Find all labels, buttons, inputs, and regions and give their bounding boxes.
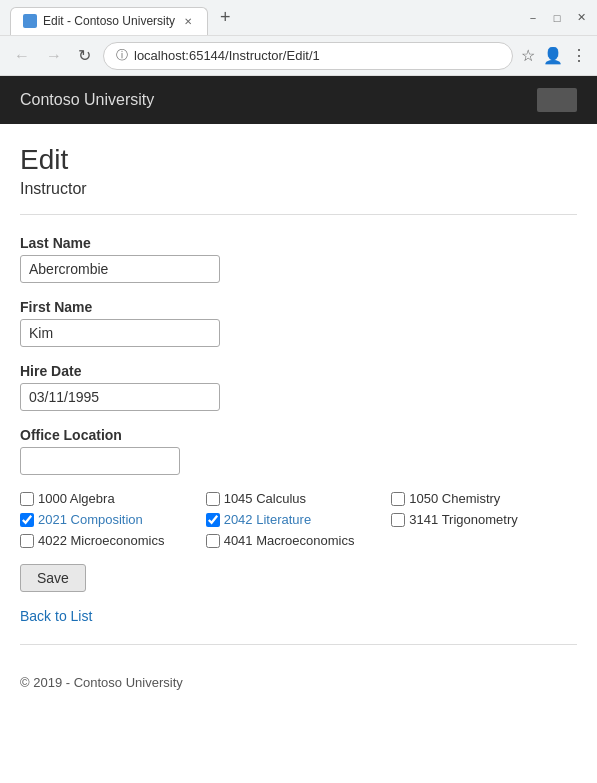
tab-title: Edit - Contoso University: [43, 14, 175, 28]
course-checkbox-1050[interactable]: [391, 492, 405, 506]
course-checkbox-1000[interactable]: [20, 492, 34, 506]
course-checkbox-3141[interactable]: [391, 513, 405, 527]
top-divider: [20, 214, 577, 215]
active-tab[interactable]: Edit - Contoso University ✕: [10, 7, 208, 35]
list-item: 4022 Microeconomics: [20, 533, 206, 548]
last-name-label: Last Name: [20, 235, 577, 251]
window-controls: − □ ✕: [527, 12, 587, 24]
header-button[interactable]: [537, 88, 577, 112]
last-name-input[interactable]: [20, 255, 220, 283]
reload-button[interactable]: ↻: [74, 44, 95, 67]
list-item: 2042 Literature: [206, 512, 392, 527]
course-label-2042: 2042 Literature: [224, 512, 311, 527]
list-item: 3141 Trigonometry: [391, 512, 577, 527]
list-item: 1000 Algebra: [20, 491, 206, 506]
maximize-button[interactable]: □: [551, 12, 563, 24]
lock-icon: ⓘ: [116, 47, 128, 64]
browser-toolbar: ← → ↻ ⓘ localhost:65144/Instructor/Edit/…: [0, 36, 597, 76]
list-item: 1050 Chemistry: [391, 491, 577, 506]
hire-date-input[interactable]: [20, 383, 220, 411]
list-item: 2021 Composition: [20, 512, 206, 527]
course-label-4022: 4022 Microeconomics: [38, 533, 164, 548]
main-content: Edit Instructor Last Name First Name Hir…: [0, 124, 597, 675]
first-name-group: First Name: [20, 299, 577, 347]
course-checkbox-4022[interactable]: [20, 534, 34, 548]
list-item: 1045 Calculus: [206, 491, 392, 506]
footer-divider: [20, 644, 577, 645]
page-subtitle: Instructor: [20, 180, 577, 198]
app-title: Contoso University: [20, 91, 154, 109]
copyright-text: © 2019 - Contoso University: [20, 675, 183, 690]
courses-grid: 1000 Algebra1045 Calculus1050 Chemistry2…: [20, 491, 577, 548]
course-checkbox-1045[interactable]: [206, 492, 220, 506]
forward-button[interactable]: →: [42, 45, 66, 67]
course-checkbox-2021[interactable]: [20, 513, 34, 527]
course-label-2021: 2021 Composition: [38, 512, 143, 527]
office-location-group: Office Location: [20, 427, 577, 475]
url-text: localhost:65144/Instructor/Edit/1: [134, 48, 500, 63]
course-label-1000: 1000 Algebra: [38, 491, 115, 506]
course-checkbox-2042[interactable]: [206, 513, 220, 527]
course-checkbox-4041[interactable]: [206, 534, 220, 548]
course-label-1045: 1045 Calculus: [224, 491, 306, 506]
menu-button[interactable]: ⋮: [571, 46, 587, 65]
first-name-input[interactable]: [20, 319, 220, 347]
close-button[interactable]: ✕: [575, 12, 587, 24]
course-label-3141: 3141 Trigonometry: [409, 512, 517, 527]
first-name-label: First Name: [20, 299, 577, 315]
list-item: 4041 Macroeconomics: [206, 533, 392, 548]
address-bar[interactable]: ⓘ localhost:65144/Instructor/Edit/1: [103, 42, 513, 70]
course-label-4041: 4041 Macroeconomics: [224, 533, 355, 548]
last-name-group: Last Name: [20, 235, 577, 283]
app-header: Contoso University: [0, 76, 597, 124]
hire-date-label: Hire Date: [20, 363, 577, 379]
back-to-list-link[interactable]: Back to List: [20, 608, 92, 624]
page-title: Edit: [20, 144, 577, 176]
footer: © 2019 - Contoso University: [0, 675, 597, 706]
bookmark-button[interactable]: ☆: [521, 46, 535, 65]
new-tab-button[interactable]: +: [212, 3, 239, 32]
account-button[interactable]: 👤: [543, 46, 563, 65]
back-button[interactable]: ←: [10, 45, 34, 67]
minimize-button[interactable]: −: [527, 12, 539, 24]
hire-date-group: Hire Date: [20, 363, 577, 411]
toolbar-right: ☆ 👤 ⋮: [521, 46, 587, 65]
office-location-input[interactable]: [20, 447, 180, 475]
save-button[interactable]: Save: [20, 564, 86, 592]
office-location-label: Office Location: [20, 427, 577, 443]
tab-favicon: [23, 14, 37, 28]
tab-close-button[interactable]: ✕: [181, 14, 195, 28]
browser-titlebar: Edit - Contoso University ✕ + − □ ✕: [0, 0, 597, 36]
course-label-1050: 1050 Chemistry: [409, 491, 500, 506]
